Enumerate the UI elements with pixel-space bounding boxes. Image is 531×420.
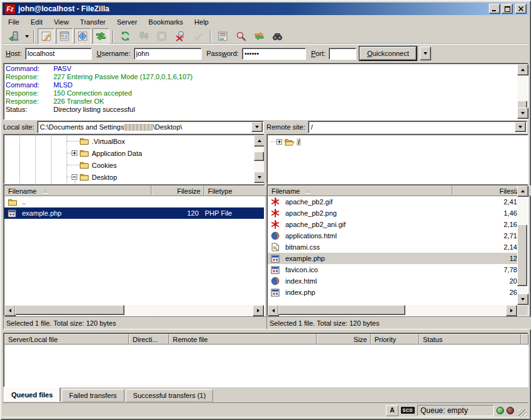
tab-failed-transfers[interactable]: Failed transfers bbox=[62, 389, 124, 402]
toggle-transfer-queue-button[interactable] bbox=[92, 28, 109, 44]
tab-successful-transfers-1[interactable]: Successful transfers (1) bbox=[126, 389, 214, 402]
local-tree-scrollbar-thumb[interactable] bbox=[254, 152, 264, 161]
maximize-button[interactable] bbox=[501, 4, 513, 14]
file-row-index-php[interactable]: index.php267 bbox=[268, 287, 517, 298]
remote-list-hscrollbar-thumb[interactable] bbox=[278, 305, 405, 315]
port-input[interactable] bbox=[329, 48, 356, 60]
remote-site-dropdown-button[interactable] bbox=[515, 122, 526, 132]
local-list-hscrollbar-left-button[interactable] bbox=[4, 305, 16, 316]
title-bar[interactable]: Fz john@localhost - FileZilla bbox=[3, 3, 528, 15]
menu-item-server[interactable]: Server bbox=[111, 17, 143, 27]
remote-list-hscrollbar[interactable] bbox=[268, 305, 517, 315]
resize-grip-icon[interactable] bbox=[518, 409, 527, 417]
column-header-filename[interactable]: Filename bbox=[268, 185, 452, 196]
password-input[interactable] bbox=[242, 48, 306, 60]
directory-comparison-button[interactable] bbox=[269, 28, 286, 44]
local-path-suffix: \Desktop\ bbox=[153, 123, 182, 131]
message-log-scrollbar[interactable] bbox=[517, 64, 527, 119]
synchronized-browsing-button[interactable] bbox=[251, 28, 268, 44]
local-list-hscrollbar-right-button[interactable] bbox=[253, 305, 264, 316]
file-row-item[interactable]: .. bbox=[4, 196, 264, 207]
site-manager-dropdown-button[interactable] bbox=[23, 29, 31, 43]
file-row-index-html[interactable]: index.html202 bbox=[268, 275, 517, 287]
remote-list-vscrollbar-down-button[interactable] bbox=[517, 294, 528, 305]
file-row-bitnami-css[interactable]: bitnami.css2,142 bbox=[268, 241, 517, 253]
cell-text: apache_pb2.png bbox=[285, 209, 337, 217]
remote-list-vscrollbar-thumb[interactable] bbox=[517, 224, 527, 286]
file-row-favicon-ico[interactable]: favicon.ico7,782 bbox=[268, 264, 517, 275]
column-header-size[interactable]: Size bbox=[317, 334, 371, 345]
local-site-dropdown-button[interactable] bbox=[251, 122, 263, 132]
local-list-hscrollbar[interactable] bbox=[4, 305, 264, 315]
remote-list-vscrollbar[interactable] bbox=[517, 185, 527, 305]
menu-item-help[interactable]: Help bbox=[189, 17, 214, 27]
file-row-example-php[interactable]: example.php120PHP File1 bbox=[4, 207, 264, 219]
message-log-scrollbar-up-button[interactable] bbox=[517, 64, 528, 75]
tab-queued-files[interactable]: Queued files bbox=[4, 387, 60, 402]
file-row-apache-pb2-ani-gif[interactable]: apache_pb2_ani.gif2,160 bbox=[268, 219, 517, 230]
file-row-applications-html[interactable]: applications.html2,713 bbox=[268, 230, 517, 241]
remote-site-combobox[interactable]: / bbox=[308, 121, 527, 133]
speed-limit-icon[interactable]: SCD bbox=[401, 407, 415, 414]
local-list-hscrollbar-thumb[interactable] bbox=[15, 305, 124, 315]
minimize-button[interactable] bbox=[489, 4, 500, 14]
menu-item-edit[interactable]: Edit bbox=[25, 17, 48, 27]
remote-list-hscrollbar-right-button[interactable] bbox=[506, 305, 517, 316]
toggle-message-log-button[interactable] bbox=[38, 28, 55, 44]
local-site-combobox[interactable]: C:\Documents and Settings\Desktop\ bbox=[37, 121, 264, 133]
column-header-remote-file[interactable]: Remote file bbox=[169, 334, 317, 345]
host-input[interactable] bbox=[25, 48, 92, 60]
tree-expander-minus-icon[interactable] bbox=[72, 174, 77, 180]
filezilla-window: Fz john@localhost - FileZilla FileEditVi… bbox=[0, 0, 531, 420]
column-header-filesize[interactable]: Filesize bbox=[452, 185, 527, 196]
tree-item-virtualbox[interactable]: .VirtualBox bbox=[4, 135, 253, 147]
column-header-priority[interactable]: Priority bbox=[371, 334, 419, 345]
datatype-indicator-icon[interactable]: A bbox=[386, 405, 398, 416]
column-header-filetype[interactable]: Filetype bbox=[204, 185, 267, 196]
remote-list-hscrollbar-left-button[interactable] bbox=[268, 305, 279, 316]
file-row-apache-pb2-png[interactable]: apache_pb2.png1,463 bbox=[268, 207, 517, 219]
menu-item-file[interactable]: File bbox=[3, 17, 25, 27]
local-tree-scrollbar[interactable] bbox=[254, 135, 264, 183]
menu-item-view[interactable]: View bbox=[48, 17, 75, 27]
apache-image-icon bbox=[271, 197, 282, 206]
quickconnect-dropdown-button[interactable] bbox=[420, 47, 431, 60]
tree-item-desktop[interactable]: Desktop bbox=[4, 171, 253, 183]
tree-label: Desktop bbox=[92, 174, 117, 181]
cell-text: 120 bbox=[187, 209, 199, 217]
remote-list-vscrollbar-up-button[interactable] bbox=[517, 185, 528, 197]
username-input[interactable] bbox=[134, 48, 202, 60]
column-header-status[interactable]: Status bbox=[419, 334, 521, 345]
toggle-local-tree-button[interactable] bbox=[56, 28, 73, 44]
message-log-scrollbar-down-button[interactable] bbox=[517, 108, 528, 119]
tree-expander-plus-icon[interactable] bbox=[276, 139, 282, 145]
site-manager-button[interactable] bbox=[5, 28, 22, 44]
status-bar: A SCD Queue: empty bbox=[3, 402, 528, 417]
close-button[interactable] bbox=[515, 4, 527, 14]
log-line: Response:226 Transfer OK bbox=[6, 97, 515, 106]
menu-item-bookmarks[interactable]: Bookmarks bbox=[143, 17, 189, 27]
file-search-button[interactable] bbox=[233, 28, 249, 44]
arrow-right-icon bbox=[510, 309, 513, 312]
quickconnect-button[interactable]: Quickconnect bbox=[359, 47, 417, 60]
tree-expander-plus-icon[interactable] bbox=[72, 150, 77, 156]
arrow-down-icon bbox=[521, 298, 525, 301]
file-row-apache-pb2-gif[interactable]: apache_pb2.gif2,414 bbox=[268, 196, 517, 207]
column-header-filename[interactable]: Filename bbox=[4, 185, 151, 196]
tree-item-cookies[interactable]: Cookies bbox=[4, 159, 253, 171]
column-header-directi[interactable]: Directi... bbox=[129, 334, 169, 345]
tree-item-application-data[interactable]: Application Data bbox=[4, 147, 253, 159]
menu-item-transfer[interactable]: Transfer bbox=[74, 17, 111, 27]
sort-ascending-icon bbox=[43, 189, 48, 193]
refresh-button[interactable] bbox=[117, 28, 134, 44]
directory-listing-filters-button[interactable] bbox=[214, 28, 231, 44]
folder-icon bbox=[79, 137, 90, 145]
host-label: Host: bbox=[6, 50, 22, 57]
disconnect-button[interactable] bbox=[172, 28, 189, 44]
file-row-example-php[interactable]: example.php120 bbox=[268, 253, 517, 264]
column-header-server-local-file[interactable]: Server/Local file bbox=[4, 334, 129, 345]
column-header-filesize[interactable]: Filesize bbox=[151, 185, 204, 196]
tree-item-item[interactable]: / bbox=[271, 136, 527, 148]
directory-comparison-icon bbox=[272, 31, 283, 41]
toggle-remote-tree-button[interactable] bbox=[74, 28, 91, 44]
